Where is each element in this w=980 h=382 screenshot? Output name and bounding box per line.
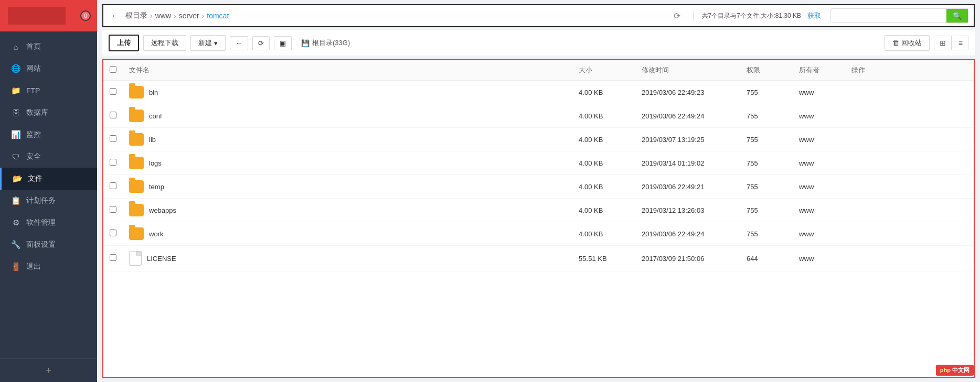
- breadcrumb-root[interactable]: 根目录: [125, 11, 147, 20]
- security-icon: 🛡: [10, 152, 21, 161]
- row-owner-cell: www: [793, 175, 845, 199]
- row-name-cell: LICENSE: [123, 246, 572, 271]
- terminal-button[interactable]: ▣: [274, 36, 292, 50]
- row-operations-cell: [845, 81, 974, 104]
- row-modified-cell: 2017/03/09 21:50:06: [635, 246, 740, 271]
- sidebar-item-ftp-label: FTP: [26, 86, 40, 95]
- row-permissions-cell: 755: [740, 151, 793, 175]
- new-button[interactable]: 新建 ▾: [190, 35, 226, 51]
- sidebar-item-ftp[interactable]: 📁 FTP: [0, 80, 97, 102]
- recycle-button[interactable]: 🗑 回收站: [885, 35, 930, 51]
- sidebar-item-logout-label: 退出: [26, 262, 41, 271]
- row-checkbox-cell: [103, 246, 123, 271]
- col-size-header: 大小: [572, 60, 635, 81]
- row-checkbox[interactable]: [110, 135, 116, 142]
- sidebar-item-logout[interactable]: 🚪 退出: [0, 256, 97, 278]
- col-name-header: 文件名: [123, 60, 572, 81]
- row-operations-cell: [845, 199, 974, 222]
- php-badge-text: php: [940, 367, 951, 373]
- row-name[interactable]: lib: [149, 136, 156, 144]
- fetch-info-link[interactable]: 获取: [807, 11, 821, 20]
- row-name[interactable]: work: [149, 230, 163, 238]
- row-size-cell: 4.00 KB: [572, 81, 635, 104]
- row-checkbox-cell: [103, 199, 123, 222]
- row-size-cell: 4.00 KB: [572, 175, 635, 199]
- breadcrumb-www[interactable]: www: [155, 12, 171, 20]
- sidebar-item-website[interactable]: 🌐 网站: [0, 58, 97, 80]
- sidebar-add-button[interactable]: +: [0, 358, 97, 382]
- row-name-cell: temp: [123, 175, 572, 199]
- sidebar-item-software-label: 软件管理: [26, 218, 56, 227]
- row-name[interactable]: webapps: [149, 206, 176, 214]
- sidebar-item-software[interactable]: ⚙ 软件管理: [0, 212, 97, 234]
- path-info-text: 共7个目录与7个文件,大小:81.30 KB: [702, 12, 801, 20]
- grid-view-button[interactable]: ⊞: [934, 36, 952, 50]
- sidebar: 0 ⌂ 首页 🌐 网站 📁 FTP 🗄 数据库 📊 监控 🛡 安全 📂 文件: [0, 0, 97, 382]
- row-checkbox-cell: [103, 222, 123, 246]
- row-modified-cell: 2019/03/14 01:19:02: [635, 151, 740, 175]
- table-row: logs 4.00 KB 2019/03/14 01:19:02 755 www: [103, 151, 974, 175]
- breadcrumb-tomcat[interactable]: tomcat: [207, 12, 229, 20]
- sidebar-item-home-label: 首页: [26, 42, 41, 51]
- row-owner-cell: www: [793, 199, 845, 222]
- row-size-cell: 4.00 KB: [572, 199, 635, 222]
- row-checkbox[interactable]: [110, 159, 116, 166]
- list-view-button[interactable]: ≡: [953, 36, 968, 50]
- row-checkbox[interactable]: [110, 206, 116, 213]
- row-name-cell: webapps: [123, 199, 572, 222]
- toolbar: 上传 远程下载 新建 ▾ ← ⟳ ▣ 💾 根目录(33G) 🗑 回收站 ⊞ ≡: [102, 30, 975, 56]
- row-name-cell: work: [123, 222, 572, 246]
- sidebar-item-monitor[interactable]: 📊 监控: [0, 124, 97, 146]
- sidebar-item-security[interactable]: 🛡 安全: [0, 146, 97, 168]
- breadcrumb-server[interactable]: server: [179, 12, 199, 20]
- breadcrumb-sep-2: ›: [174, 12, 176, 20]
- row-checkbox[interactable]: [110, 230, 116, 236]
- row-modified-cell: 2019/03/06 22:49:21: [635, 175, 740, 199]
- row-permissions-cell: 755: [740, 199, 793, 222]
- sidebar-nav: ⌂ 首页 🌐 网站 📁 FTP 🗄 数据库 📊 监控 🛡 安全 📂 文件 📋: [0, 31, 97, 358]
- php-badge: php 中文网: [936, 365, 974, 376]
- row-checkbox[interactable]: [110, 182, 116, 189]
- row-owner-cell: www: [793, 246, 845, 271]
- address-refresh-button[interactable]: ⟳: [669, 10, 685, 22]
- folder-icon: [129, 180, 144, 193]
- database-icon: 🗄: [10, 108, 21, 117]
- select-all-checkbox[interactable]: [110, 66, 116, 73]
- sidebar-item-database[interactable]: 🗄 数据库: [0, 102, 97, 124]
- row-name[interactable]: temp: [149, 183, 164, 191]
- row-name-cell: bin: [123, 81, 572, 104]
- row-checkbox[interactable]: [110, 88, 116, 95]
- remote-download-button[interactable]: 远程下载: [143, 35, 186, 51]
- row-name-cell: conf: [123, 104, 572, 128]
- sidebar-item-panel[interactable]: 🔧 面板设置: [0, 234, 97, 256]
- row-checkbox[interactable]: [110, 112, 116, 118]
- sidebar-item-tasks[interactable]: 📋 计划任务: [0, 190, 97, 212]
- col-operations-header: 操作: [845, 60, 974, 81]
- row-name[interactable]: LICENSE: [147, 255, 176, 263]
- sidebar-item-files[interactable]: 📂 文件: [0, 168, 97, 190]
- breadcrumb: 根目录 › www › server › tomcat: [125, 11, 665, 20]
- row-name[interactable]: bin: [149, 89, 158, 96]
- col-owner-header: 所有者: [793, 60, 845, 81]
- row-checkbox[interactable]: [110, 254, 116, 261]
- sidebar-item-database-label: 数据库: [26, 108, 48, 117]
- website-icon: 🌐: [10, 64, 21, 73]
- sidebar-item-files-label: 文件: [28, 174, 42, 183]
- row-checkbox-cell: [103, 81, 123, 104]
- search-button[interactable]: 🔍: [946, 9, 968, 23]
- table-row: conf 4.00 KB 2019/03/06 22:49:24 755 www: [103, 104, 974, 128]
- breadcrumb-sep-1: ›: [150, 12, 153, 20]
- row-modified-cell: 2019/03/06 22:49:24: [635, 104, 740, 128]
- row-name[interactable]: conf: [149, 112, 162, 120]
- folder-icon: [129, 133, 144, 146]
- upload-button[interactable]: 上传: [109, 35, 139, 51]
- new-arrow-icon: ▾: [214, 39, 218, 47]
- sidebar-item-home[interactable]: ⌂ 首页: [0, 36, 97, 58]
- toolbar-back-button[interactable]: ←: [230, 36, 248, 50]
- table-row: bin 4.00 KB 2019/03/06 22:49:23 755 www: [103, 81, 974, 104]
- folder-icon: [129, 227, 144, 240]
- address-back-button[interactable]: ←: [109, 10, 121, 21]
- search-input[interactable]: [831, 9, 946, 23]
- row-name[interactable]: logs: [149, 159, 162, 167]
- toolbar-refresh-button[interactable]: ⟳: [252, 36, 270, 50]
